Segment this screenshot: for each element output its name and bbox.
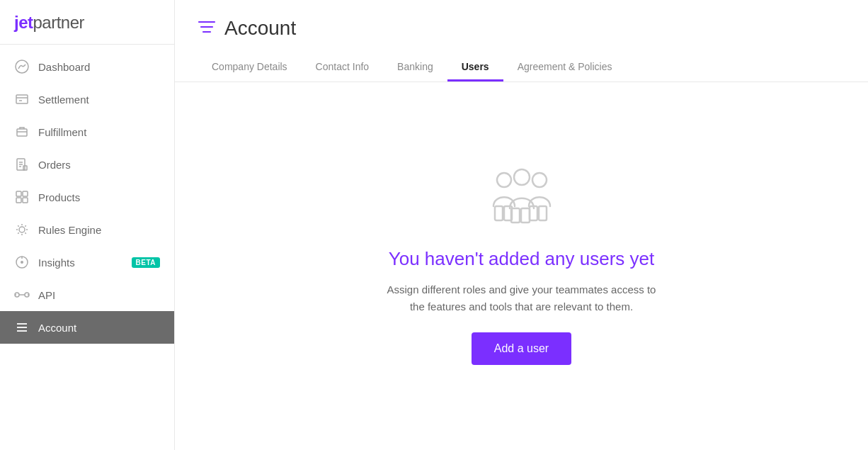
tabs: Company Details Contact Info Banking Use… xyxy=(198,54,845,81)
svg-rect-11 xyxy=(16,191,21,196)
logo-jet: jet xyxy=(14,13,33,33)
settlement-icon xyxy=(14,91,30,107)
svg-point-17 xyxy=(21,261,23,264)
orders-icon xyxy=(14,157,30,172)
sidebar-item-fulfillment[interactable]: Fulfillment xyxy=(0,116,174,148)
sidebar-item-api-label: API xyxy=(38,289,160,301)
page-title: Account xyxy=(224,17,296,40)
sidebar-item-insights[interactable]: Insights BETA xyxy=(0,246,174,279)
svg-rect-1 xyxy=(16,95,28,103)
sidebar-item-rules-engine-label: Rules Engine xyxy=(38,224,160,236)
sidebar-item-account[interactable]: Account xyxy=(0,311,174,344)
sidebar-item-account-label: Account xyxy=(38,322,160,334)
svg-point-32 xyxy=(532,173,547,187)
rules-icon xyxy=(14,222,30,237)
sidebar-item-settlement[interactable]: Settlement xyxy=(0,83,174,116)
sidebar-item-settlement-label: Settlement xyxy=(38,94,160,106)
svg-rect-12 xyxy=(23,191,28,196)
users-empty-icon xyxy=(483,167,561,231)
svg-rect-38 xyxy=(539,206,547,220)
sidebar: jetpartner Dashboard Settlemen xyxy=(0,0,175,450)
svg-point-30 xyxy=(497,173,511,187)
sidebar-item-orders[interactable]: Orders xyxy=(0,148,174,181)
page-title-row: Account xyxy=(198,17,845,40)
svg-point-15 xyxy=(19,227,25,232)
empty-state-description: Assign different roles and give your tea… xyxy=(387,281,656,315)
products-icon xyxy=(14,189,30,205)
sidebar-item-products-label: Products xyxy=(38,191,160,203)
svg-point-0 xyxy=(16,60,28,73)
svg-rect-4 xyxy=(17,129,27,136)
logo: jetpartner xyxy=(14,13,160,33)
empty-state: You haven't added any users yet Assign d… xyxy=(175,82,868,450)
sidebar-item-dashboard-label: Dashboard xyxy=(38,61,160,73)
account-icon xyxy=(14,320,30,335)
svg-rect-36 xyxy=(521,208,530,223)
svg-rect-33 xyxy=(495,206,503,220)
page-header: Account Company Details Contact Info Ban… xyxy=(175,0,868,82)
tab-users[interactable]: Users xyxy=(447,54,503,81)
main-content: Account Company Details Contact Info Ban… xyxy=(175,0,868,450)
tab-agreement-policies[interactable]: Agreement & Policies xyxy=(503,54,627,81)
nav-items: Dashboard Settlement Fulfi xyxy=(0,45,174,450)
insights-icon xyxy=(14,254,30,270)
dashboard-icon xyxy=(14,59,30,74)
svg-rect-13 xyxy=(16,198,21,203)
api-icon xyxy=(14,287,30,303)
sidebar-item-orders-label: Orders xyxy=(38,159,160,171)
sidebar-item-fulfillment-label: Fulfillment xyxy=(38,126,160,138)
tab-banking[interactable]: Banking xyxy=(383,54,447,81)
sidebar-item-api[interactable]: API xyxy=(0,279,174,311)
insights-beta-badge: BETA xyxy=(132,257,160,268)
filter-icon xyxy=(198,19,216,38)
sidebar-item-insights-label: Insights xyxy=(38,257,123,269)
tab-company-details[interactable]: Company Details xyxy=(198,54,302,81)
tab-contact-info[interactable]: Contact Info xyxy=(302,54,384,81)
sidebar-item-rules-engine[interactable]: Rules Engine xyxy=(0,213,174,246)
sidebar-item-products[interactable]: Products xyxy=(0,181,174,213)
add-user-button[interactable]: Add a user xyxy=(472,332,571,365)
logo-area: jetpartner xyxy=(0,0,174,45)
empty-state-title: You haven't added any users yet xyxy=(389,248,655,270)
sidebar-item-dashboard[interactable]: Dashboard xyxy=(0,50,174,83)
svg-rect-14 xyxy=(23,198,28,203)
logo-partner: partner xyxy=(33,13,85,33)
fulfillment-icon xyxy=(14,124,30,140)
svg-point-31 xyxy=(514,169,530,185)
